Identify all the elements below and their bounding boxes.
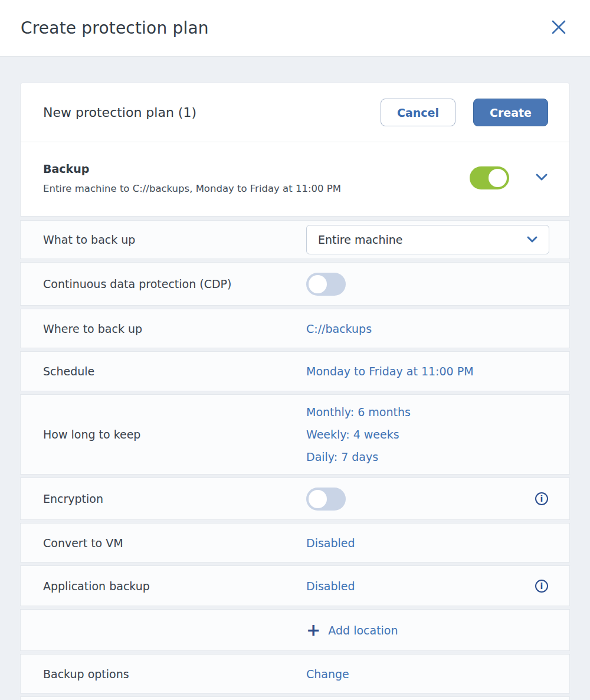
row-label: Where to back up [43,322,306,335]
toggle-knob [309,490,327,508]
close-button[interactable] [549,18,569,38]
row-backup-options: Backup options Change [20,654,570,694]
backup-module-controls [470,166,548,189]
add-location-button[interactable]: + Add location [306,622,398,639]
row-value: + Add location [306,622,548,639]
backup-enabled-toggle[interactable] [470,166,509,189]
row-cdp: Continuous data protection (CDP) [20,262,570,306]
what-to-back-up-select[interactable]: Entire machine [306,225,549,254]
backup-module-summary: Entire machine to C://backups, Monday to… [43,183,341,194]
row-label: Encryption [43,492,306,505]
retention-monthly-link[interactable]: Monthly: 6 months [306,405,411,418]
backup-options-change-link[interactable]: Change [306,668,349,681]
retention-links: Monthly: 6 months Weekly: 4 weeks Daily:… [306,395,411,474]
row-value: Change [306,668,548,681]
encryption-info-icon[interactable]: i [535,492,548,505]
row-convert-to-vm: Convert to VM Disabled [20,523,570,562]
row-value: C://backups [306,322,548,335]
retention-daily-link[interactable]: Daily: 7 days [306,450,411,463]
application-backup-link[interactable]: Disabled [306,580,355,593]
row-value: Disabled [306,537,548,549]
cdp-toggle[interactable] [306,273,346,296]
selected-option: Entire machine [318,233,403,246]
row-where-to-back-up: Where to back up C://backups [20,309,570,348]
retention-weekly-link[interactable]: Weekly: 4 weeks [306,428,411,441]
plan-header-block: New protection plan (1) Cancel Create Ba… [20,83,570,217]
backup-module-title: Backup [43,162,341,175]
chevron-down-icon [526,234,538,246]
backup-module-header: Backup Entire machine to C://backups, Mo… [21,142,569,216]
row-label: Application backup [43,580,306,593]
application-backup-info-icon[interactable]: i [535,580,548,593]
row-label: Schedule [43,365,306,378]
row-how-long-to-keep: How long to keep Monthly: 6 months Weekl… [20,394,570,475]
backup-module-titles: Backup Entire machine to C://backups, Mo… [43,162,341,194]
collapse-chevron-icon[interactable] [535,172,548,184]
row-value: Disabled i [306,580,548,593]
cancel-button[interactable]: Cancel [381,99,455,126]
plan-actions: Cancel Create [381,99,548,126]
row-label: Backup options [43,668,306,681]
plus-icon: + [306,622,320,639]
schedule-link[interactable]: Monday to Friday at 11:00 PM [306,365,474,378]
page-title: Create protection plan [21,18,209,38]
row-what-to-back-up: What to back up Entire machine [20,220,570,259]
row-value: Entire machine [306,225,549,254]
row-label: What to back up [43,233,306,246]
plan-title: New protection plan (1) [43,105,196,120]
row-value [306,273,548,296]
row-value: Monthly: 6 months Weekly: 4 weeks Daily:… [306,395,548,474]
toggle-knob [489,169,507,187]
plan-header: New protection plan (1) Cancel Create [21,83,569,142]
row-add-location: + Add location [20,609,570,651]
row-schedule: Schedule Monday to Friday at 11:00 PM [20,351,570,391]
row-value: i [306,488,548,511]
protection-plan-card: New protection plan (1) Cancel Create Ba… [20,83,570,700]
dialog-header: Create protection plan [0,0,590,57]
row-encryption: Encryption i [20,477,570,520]
row-application-backup: Application backup Disabled i [20,565,570,606]
where-to-back-up-link[interactable]: C://backups [306,322,372,335]
row-value: Monday to Friday at 11:00 PM [306,365,548,378]
row-label: Convert to VM [43,537,306,549]
create-button[interactable]: Create [473,99,548,126]
toggle-knob [309,275,327,293]
row-label: How long to keep [43,428,306,441]
add-location-label: Add location [328,624,398,637]
encryption-toggle[interactable] [306,488,346,511]
convert-to-vm-link[interactable]: Disabled [306,537,355,549]
close-icon [550,19,567,37]
row-label: Continuous data protection (CDP) [43,277,306,290]
row-partial-bottom [20,696,570,700]
